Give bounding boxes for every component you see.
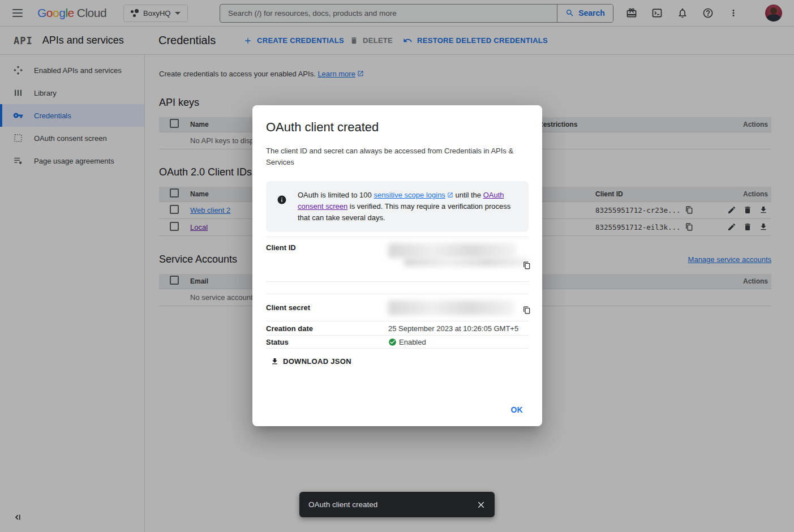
snackbar: OAuth client created [299,492,495,517]
client-secret-label: Client secret [266,303,388,312]
verification-notice: OAuth is limited to 100 sensitive scope … [266,181,529,232]
info-icon [266,190,298,224]
dialog-title: OAuth client created [266,120,529,135]
client-secret-row: Client secret [266,294,529,321]
close-icon[interactable] [476,500,486,510]
dialog-body-text: The client ID and secret can always be a… [266,145,515,168]
oauth-client-created-dialog: OAuth client created The client ID and s… [252,105,542,426]
redacted-client-secret [388,301,514,315]
client-id-row: Client ID [266,237,529,281]
ok-button[interactable]: OK [506,401,527,419]
check-circle-icon [388,338,397,346]
status-row: Status Enabled [266,335,529,348]
status-badge: Enabled [399,338,426,346]
notice-middle: until the [453,191,483,199]
client-details: Client ID Client secret Creation date 25… [266,237,529,349]
client-id-label: Client ID [266,243,388,281]
creation-date-label: Creation date [266,324,388,333]
redacted-client-id [388,243,516,258]
notice-prefix: OAuth is limited to 100 [298,191,374,199]
copy-client-id-icon[interactable] [523,261,531,269]
snackbar-text: OAuth client created [308,500,377,509]
download-icon [271,357,279,366]
status-label: Status [266,338,388,346]
sensitive-scope-logins-link[interactable]: sensitive scope logins [374,191,445,199]
external-link-icon [447,192,453,198]
creation-date-row: Creation date 25 September 2023 at 10:26… [266,321,529,335]
divider [266,348,529,349]
spacer-row [266,281,529,294]
notice-text: OAuth is limited to 100 sensitive scope … [298,190,520,224]
google-cloud-console: Google Cloud BoxyHQ Search API APIs and … [0,0,794,532]
creation-date-value: 25 September 2023 at 10:26:05 GMT+5 [388,324,529,333]
download-json-button[interactable]: DOWNLOAD JSON [266,354,357,369]
copy-client-secret-icon[interactable] [523,306,531,314]
redacted-client-id [404,258,530,267]
download-json-label: DOWNLOAD JSON [283,357,351,366]
